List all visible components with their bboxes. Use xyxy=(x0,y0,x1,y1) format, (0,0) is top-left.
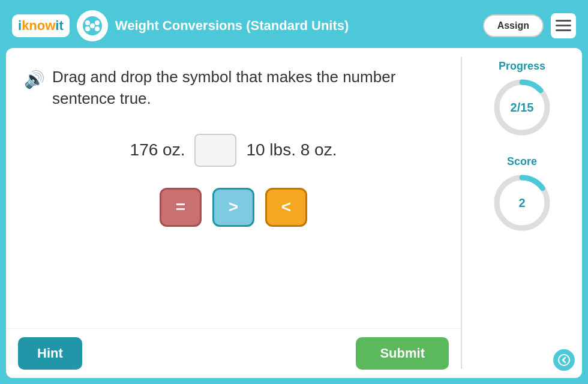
equals-label: = xyxy=(176,197,185,217)
progress-circle: 2/15 xyxy=(492,77,552,137)
bottom-bar: Hint Submit xyxy=(6,328,461,378)
symbol-less-tile[interactable]: < xyxy=(265,188,307,227)
svg-point-4 xyxy=(95,26,100,31)
progress-block: Progress 2/15 xyxy=(492,60,552,137)
assign-button[interactable]: Assign xyxy=(483,14,544,37)
menu-line-1 xyxy=(556,20,571,22)
equation-right: 10 lbs. 8 oz. xyxy=(246,140,337,160)
svg-point-10 xyxy=(559,355,569,365)
svg-point-5 xyxy=(90,23,95,28)
logo-text: iknowit xyxy=(18,18,64,34)
greater-label: > xyxy=(229,197,238,217)
equation-left: 176 oz. xyxy=(130,140,185,160)
logo-box: iknowit xyxy=(12,14,70,37)
equation-row: 176 oz. 10 lbs. 8 oz. xyxy=(24,134,443,167)
activity-icon xyxy=(77,10,108,41)
submit-button[interactable]: Submit xyxy=(356,337,449,370)
symbol-greater-tile[interactable]: > xyxy=(212,188,254,227)
menu-line-3 xyxy=(556,29,571,31)
svg-point-3 xyxy=(85,26,90,31)
question-area: 🔊 Drag and drop the symbol that makes th… xyxy=(6,48,461,328)
right-panel: Progress 2/15 Score xyxy=(462,48,582,378)
activity-title: Weight Conversions (Standard Units) xyxy=(115,18,476,34)
symbols-row: = > < xyxy=(24,188,443,227)
question-body: Drag and drop the symbol that makes the … xyxy=(52,66,443,110)
menu-button[interactable] xyxy=(551,13,576,38)
back-button[interactable] xyxy=(553,349,575,371)
symbol-equals-tile[interactable]: = xyxy=(160,188,202,227)
progress-label: Progress xyxy=(499,60,545,73)
progress-value: 2/15 xyxy=(511,101,534,115)
logo-area: iknowit xyxy=(12,14,70,37)
menu-line-2 xyxy=(556,25,571,26)
score-value: 2 xyxy=(518,196,525,210)
left-panel: 🔊 Drag and drop the symbol that makes th… xyxy=(6,48,461,378)
drop-target[interactable] xyxy=(194,134,236,167)
speaker-icon[interactable]: 🔊 xyxy=(24,68,45,91)
question-text: 🔊 Drag and drop the symbol that makes th… xyxy=(24,66,443,110)
main-area: 🔊 Drag and drop the symbol that makes th… xyxy=(6,48,582,378)
svg-point-1 xyxy=(85,20,90,25)
score-circle: 2 xyxy=(492,173,552,233)
score-label: Score xyxy=(507,155,537,168)
less-label: < xyxy=(281,197,291,217)
header: iknowit Weight Conversions (Standard Uni… xyxy=(6,6,582,45)
svg-point-2 xyxy=(95,20,100,25)
hint-button[interactable]: Hint xyxy=(18,337,82,370)
score-block: Score 2 xyxy=(492,155,552,233)
app-container: iknowit Weight Conversions (Standard Uni… xyxy=(0,0,588,384)
